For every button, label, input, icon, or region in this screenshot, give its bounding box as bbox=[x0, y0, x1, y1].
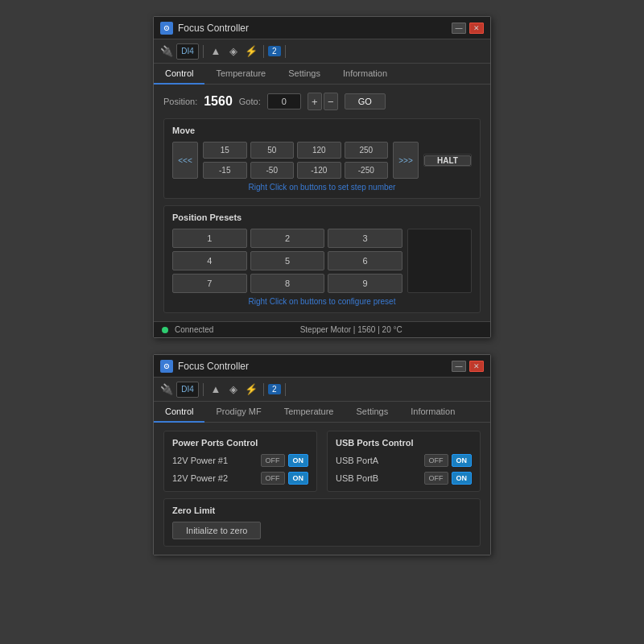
power2-label: 12V Power #2 bbox=[172, 473, 228, 483]
move-btn-50[interactable]: 50 bbox=[250, 142, 295, 159]
log-icon[interactable]: DI4 bbox=[176, 43, 199, 60]
power1-off[interactable]: OFF bbox=[261, 454, 285, 467]
up-icon-2[interactable]: ▲ bbox=[208, 382, 224, 398]
connect-icon-2[interactable]: 🔌 bbox=[159, 382, 175, 398]
presets-label: Position Presets bbox=[172, 213, 472, 222]
preset-btn-5[interactable]: 5 bbox=[250, 251, 325, 270]
flash-icon[interactable]: ⚡ bbox=[243, 43, 259, 60]
close-button-1[interactable]: ✕ bbox=[469, 23, 484, 34]
usba-on[interactable]: ON bbox=[452, 454, 473, 467]
tab-settings-2[interactable]: Settings bbox=[345, 402, 399, 423]
move-btn-15[interactable]: 15 bbox=[203, 142, 247, 159]
toolbar-sep-5 bbox=[263, 383, 264, 396]
minimize-button-2[interactable]: — bbox=[452, 361, 466, 372]
preset-btn-6[interactable]: 6 bbox=[328, 251, 402, 270]
usbb-off[interactable]: OFF bbox=[424, 472, 448, 485]
toolbar-sep-1 bbox=[203, 45, 204, 58]
title-controls-2: — ✕ bbox=[452, 361, 484, 372]
usbb-on[interactable]: ON bbox=[452, 472, 473, 485]
filter-icon-2[interactable]: ◈ bbox=[225, 382, 242, 398]
move-section: Move <<< 15 50 120 250 -15 -50 -120 -250… bbox=[163, 118, 481, 199]
usb-ports-box: USB Ports Control USB PortA OFF ON USB P… bbox=[327, 431, 481, 492]
up-icon[interactable]: ▲ bbox=[208, 43, 224, 60]
window-1: ⊙ Focus Controller — ✕ 🔌 DI4 ▲ ◈ ⚡ 2 Con… bbox=[153, 16, 491, 338]
toolbar-sep-6 bbox=[285, 383, 286, 396]
power-ports-box: Power Ports Control 12V Power #1 OFF ON … bbox=[163, 431, 317, 492]
status-dot-1 bbox=[162, 327, 168, 333]
badge-1[interactable]: 2 bbox=[268, 46, 281, 56]
minimize-button-1[interactable]: — bbox=[452, 23, 466, 34]
power1-on[interactable]: ON bbox=[288, 454, 309, 467]
zero-limit-box: Zero Limit Initialize to zero bbox=[163, 498, 481, 547]
plus-button[interactable]: + bbox=[308, 93, 322, 110]
app-icon-2: ⊙ bbox=[160, 360, 173, 373]
presets-section: Position Presets 1 2 3 4 5 6 7 8 9 Right… bbox=[163, 205, 481, 313]
preset-btn-2[interactable]: 2 bbox=[250, 229, 325, 248]
usbb-label: USB PortB bbox=[336, 473, 378, 483]
preset-btn-1[interactable]: 1 bbox=[172, 229, 247, 248]
toolbar-sep-2 bbox=[263, 45, 264, 58]
content-1: Position: 1560 Goto: + − GO Move <<< 15 … bbox=[154, 85, 490, 321]
usba-off[interactable]: OFF bbox=[424, 454, 448, 467]
status-info-1: Stepper Motor | 1560 | 20 °C bbox=[220, 325, 482, 334]
window-2: ⊙ Focus Controller — ✕ 🔌 DI4 ▲ ◈ ⚡ 2 Con… bbox=[153, 354, 491, 555]
flash-icon-2[interactable]: ⚡ bbox=[243, 382, 259, 398]
zero-limit-label: Zero Limit bbox=[172, 506, 472, 515]
tab-control-2[interactable]: Control bbox=[154, 402, 204, 423]
move-btn-120[interactable]: 120 bbox=[297, 142, 341, 159]
tab-temperature-1[interactable]: Temperature bbox=[204, 64, 277, 85]
presets-right-panel bbox=[407, 229, 472, 293]
preset-btn-9[interactable]: 9 bbox=[328, 274, 402, 293]
tab-bar-2: Control Prodigy MF Temperature Settings … bbox=[154, 402, 490, 423]
tab-control-1[interactable]: Control bbox=[154, 64, 204, 85]
filter-icon[interactable]: ◈ bbox=[225, 43, 242, 60]
move-btn-neg15[interactable]: -15 bbox=[203, 162, 247, 179]
preset-btn-3[interactable]: 3 bbox=[328, 229, 402, 248]
tab-information-2[interactable]: Information bbox=[399, 402, 466, 423]
status-bar-1: Connected Stepper Motor | 1560 | 20 °C bbox=[154, 321, 490, 337]
minus-button[interactable]: − bbox=[324, 93, 338, 110]
title-bar-2: ⊙ Focus Controller — ✕ bbox=[154, 355, 490, 378]
log-icon-2[interactable]: DI4 bbox=[176, 382, 199, 398]
title-controls-1: — ✕ bbox=[452, 23, 484, 34]
toolbar-sep-3 bbox=[285, 45, 286, 58]
presets-grid: 1 2 3 4 5 6 7 8 9 bbox=[172, 229, 402, 293]
preset-btn-8[interactable]: 8 bbox=[250, 274, 325, 293]
go-button[interactable]: GO bbox=[345, 93, 386, 109]
close-button-2[interactable]: ✕ bbox=[469, 361, 484, 372]
goto-label: Goto: bbox=[239, 97, 261, 106]
preset-btn-4[interactable]: 4 bbox=[172, 251, 247, 270]
usba-toggle: OFF ON bbox=[424, 454, 473, 467]
power2-toggle: OFF ON bbox=[261, 472, 309, 485]
halt-button[interactable]: HALT bbox=[424, 155, 471, 166]
left-nav-button[interactable]: <<< bbox=[172, 142, 198, 179]
move-btn-neg250[interactable]: -250 bbox=[345, 162, 389, 179]
usb-ports-label: USB Ports Control bbox=[336, 438, 472, 448]
move-hint: Right Click on buttons to set step numbe… bbox=[172, 183, 472, 192]
tab-prodigy-2[interactable]: Prodigy MF bbox=[204, 402, 272, 423]
window-title-2: Focus Controller bbox=[178, 361, 452, 372]
goto-input[interactable] bbox=[267, 93, 301, 109]
tab-bar-1: Control Temperature Settings Information bbox=[154, 64, 490, 85]
power2-off[interactable]: OFF bbox=[261, 472, 285, 485]
init-zero-button[interactable]: Initialize to zero bbox=[172, 522, 261, 539]
move-btn-neg50[interactable]: -50 bbox=[250, 162, 295, 179]
dual-controls-row: Power Ports Control 12V Power #1 OFF ON … bbox=[163, 431, 481, 492]
tab-temperature-2[interactable]: Temperature bbox=[273, 402, 345, 423]
power2-on[interactable]: ON bbox=[288, 472, 309, 485]
connect-icon[interactable]: 🔌 bbox=[159, 43, 175, 60]
move-btn-neg120[interactable]: -120 bbox=[297, 162, 341, 179]
move-grid: 15 50 120 250 -15 -50 -120 -250 bbox=[203, 142, 388, 179]
toolbar-2: 🔌 DI4 ▲ ◈ ⚡ 2 bbox=[154, 378, 490, 402]
tab-settings-1[interactable]: Settings bbox=[277, 64, 332, 85]
power1-row: 12V Power #1 OFF ON bbox=[172, 454, 308, 467]
badge-2[interactable]: 2 bbox=[268, 384, 281, 394]
move-label: Move bbox=[172, 126, 472, 135]
right-nav-button[interactable]: >>> bbox=[393, 142, 419, 179]
power2-row: 12V Power #2 OFF ON bbox=[172, 472, 308, 485]
usbb-toggle: OFF ON bbox=[424, 472, 473, 485]
power-ports-label: Power Ports Control bbox=[172, 438, 308, 448]
tab-information-1[interactable]: Information bbox=[332, 64, 398, 85]
move-btn-250[interactable]: 250 bbox=[345, 142, 389, 159]
preset-btn-7[interactable]: 7 bbox=[172, 274, 247, 293]
